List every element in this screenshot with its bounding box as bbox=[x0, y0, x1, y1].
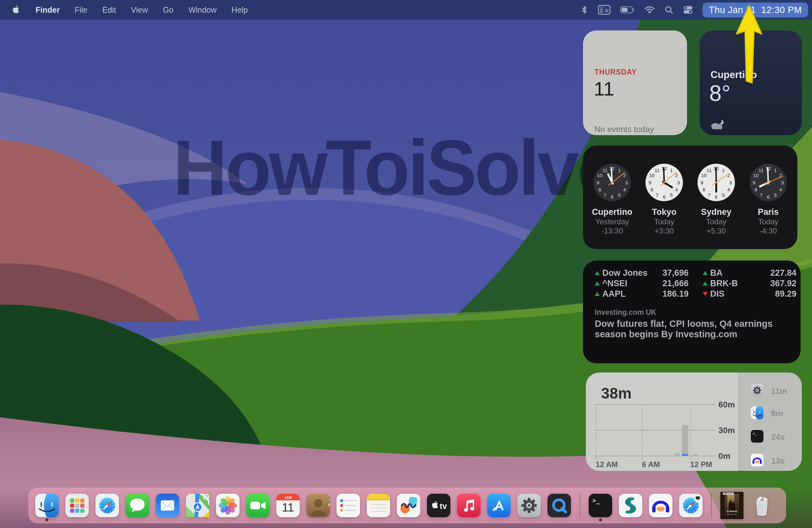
svg-text:4: 4 bbox=[675, 187, 678, 192]
apple-menu-icon[interactable] bbox=[12, 5, 20, 15]
analog-clock: 121234567891011 bbox=[644, 163, 684, 202]
svg-text:5: 5 bbox=[722, 192, 725, 198]
dock-item-appstore[interactable] bbox=[487, 494, 511, 517]
menu-item-go[interactable]: Go bbox=[163, 5, 174, 15]
svg-text:7: 7 bbox=[708, 192, 710, 198]
world-clock-city: 121234567891011 Sydney Today +5:30 bbox=[691, 163, 742, 236]
dock-item-music[interactable] bbox=[457, 494, 480, 517]
svg-text:8: 8 bbox=[651, 187, 653, 192]
svg-text:5: 5 bbox=[774, 192, 777, 198]
menu-item-help[interactable]: Help bbox=[232, 5, 248, 15]
wifi-icon[interactable] bbox=[644, 3, 655, 16]
dock-item-audacity[interactable] bbox=[649, 494, 672, 517]
screen-time-app-row[interactable]: >_ 24s bbox=[751, 430, 785, 444]
menu-item-edit[interactable]: Edit bbox=[102, 5, 116, 15]
analog-clock: 121234567891011 bbox=[697, 163, 736, 202]
stocks-widget[interactable]: Dow Jones37,696 ^NSEI21,666 AAPL186.19 B… bbox=[583, 260, 801, 363]
svg-text:1: 1 bbox=[618, 168, 621, 173]
running-indicator bbox=[46, 518, 48, 521]
svg-text:9: 9 bbox=[649, 180, 652, 185]
dock-item-appletv[interactable]: tv bbox=[427, 494, 450, 517]
dock-item-calendar[interactable]: JAN 11 bbox=[276, 494, 300, 517]
svg-text:6: 6 bbox=[611, 194, 614, 200]
dock-item-safari[interactable] bbox=[96, 494, 119, 517]
dock-item-terminal[interactable]: >_ bbox=[589, 494, 612, 517]
control-center-icon[interactable] bbox=[683, 3, 693, 16]
screen-time-widget[interactable]: 38m 60m30m0m12 AM6 AM12 PM 11m 8m >_ 24s… bbox=[586, 372, 802, 471]
svg-text:1: 1 bbox=[722, 168, 725, 173]
svg-text:4: 4 bbox=[779, 187, 782, 192]
stock-down-arrow-icon bbox=[702, 292, 708, 296]
weather-city: Cupertino bbox=[710, 69, 757, 81]
dock-item-finder[interactable] bbox=[35, 494, 59, 517]
dock-item-settings[interactable] bbox=[517, 494, 541, 517]
svg-text:4: 4 bbox=[727, 187, 730, 192]
calendar-widget[interactable]: THURSDAY 11 No events today bbox=[583, 30, 687, 135]
stock-up-arrow-icon bbox=[595, 292, 600, 296]
dock-item-launchpad[interactable] bbox=[66, 494, 89, 517]
svg-text:JAN: JAN bbox=[284, 496, 291, 499]
keyboard-icon[interactable]: ⌘ bbox=[598, 3, 611, 16]
stock-row[interactable]: BRK-B367.92 bbox=[702, 279, 796, 288]
world-clock-city: 121234567891011 Tokyo Today +3:30 bbox=[639, 163, 690, 236]
dock-item-freeform[interactable] bbox=[397, 494, 420, 517]
dock-item-photos[interactable] bbox=[216, 494, 240, 517]
dock-item-quicktime[interactable] bbox=[548, 494, 571, 517]
svg-text:9: 9 bbox=[753, 180, 756, 185]
svg-text:>_: >_ bbox=[593, 497, 600, 504]
dock-item-surfshark[interactable] bbox=[619, 494, 642, 517]
svg-text:11: 11 bbox=[758, 168, 764, 173]
dock-item-reminders[interactable] bbox=[336, 494, 360, 517]
menubar-clock[interactable]: Thu Jan 11 12:30 PM bbox=[702, 2, 808, 17]
svg-text:6: 6 bbox=[663, 194, 666, 200]
analog-clock: 121234567891011 bbox=[593, 163, 632, 202]
world-clock-city: 121234567891011 Paris Today -4:30 bbox=[743, 163, 794, 236]
dock-item-messages[interactable] bbox=[126, 494, 149, 517]
dock-item-notes[interactable] bbox=[367, 494, 390, 517]
svg-text:10: 10 bbox=[701, 173, 707, 178]
dock-item-facetime[interactable] bbox=[246, 494, 270, 517]
menu-item-app[interactable]: Finder bbox=[35, 5, 60, 15]
stock-up-arrow-icon bbox=[595, 282, 600, 286]
dock-item-trash[interactable] bbox=[750, 494, 774, 517]
stock-row[interactable]: BA227.84 bbox=[702, 268, 796, 277]
stock-row[interactable]: Dow Jones37,696 bbox=[595, 268, 688, 277]
screen-time-app-row[interactable]: 11m bbox=[751, 384, 787, 398]
dock-item-contacts[interactable] bbox=[306, 494, 330, 517]
settings-icon bbox=[751, 384, 764, 398]
audacity-icon bbox=[751, 454, 764, 468]
screen-time-app-row[interactable]: 13s bbox=[751, 454, 785, 468]
dock-item-mail[interactable] bbox=[156, 494, 179, 517]
menu-item-file[interactable]: File bbox=[74, 5, 87, 15]
bluetooth-icon[interactable] bbox=[580, 3, 589, 16]
dock-item-maps[interactable] bbox=[186, 494, 209, 517]
menu-item-view[interactable]: View bbox=[131, 5, 148, 15]
stock-row[interactable]: ^NSEI21,666 bbox=[595, 279, 688, 288]
svg-text:7: 7 bbox=[760, 192, 763, 198]
world-clock-city: 121234567891011 Cupertino Yesterday -13:… bbox=[587, 163, 638, 236]
dock-item-safari-webapp[interactable] bbox=[679, 494, 702, 517]
svg-text:10: 10 bbox=[649, 173, 655, 178]
svg-text:tv: tv bbox=[440, 501, 447, 511]
svg-text:⌘: ⌘ bbox=[604, 8, 609, 13]
dock: JAN 11 tv >_ bbox=[29, 488, 786, 523]
weather-widget[interactable]: Cupertino 8° Partly Cloudy H:11° L:4° bbox=[700, 30, 802, 135]
battery-icon[interactable] bbox=[620, 3, 635, 16]
svg-text:7: 7 bbox=[604, 192, 607, 198]
svg-text:3: 3 bbox=[781, 180, 784, 185]
svg-text:O MAAHI: O MAAHI bbox=[727, 510, 737, 513]
menu-item-window[interactable]: Window bbox=[188, 5, 217, 15]
svg-text:8: 8 bbox=[702, 187, 706, 192]
dock-item-file-omaahi[interactable]: O MAAHI bbox=[720, 492, 743, 519]
spotlight-icon[interactable] bbox=[665, 3, 673, 16]
stock-up-arrow-icon bbox=[702, 271, 708, 275]
world-clock-widget[interactable]: 121234567891011 Cupertino Yesterday -13:… bbox=[583, 146, 797, 249]
screen-time-app-row[interactable]: 8m bbox=[751, 406, 783, 420]
svg-text:11: 11 bbox=[602, 168, 607, 173]
stock-row[interactable]: AAPL186.19 bbox=[595, 289, 688, 299]
stock-row[interactable]: DIS89.29 bbox=[702, 289, 796, 299]
screen-time-total: 38m bbox=[601, 385, 632, 402]
stock-news[interactable]: Investing.com UK Dow futures flat, CPI l… bbox=[595, 308, 792, 340]
svg-text:8: 8 bbox=[755, 187, 757, 192]
news-headline: Dow futures flat, CPI looms, Q4 earnings… bbox=[595, 318, 792, 340]
